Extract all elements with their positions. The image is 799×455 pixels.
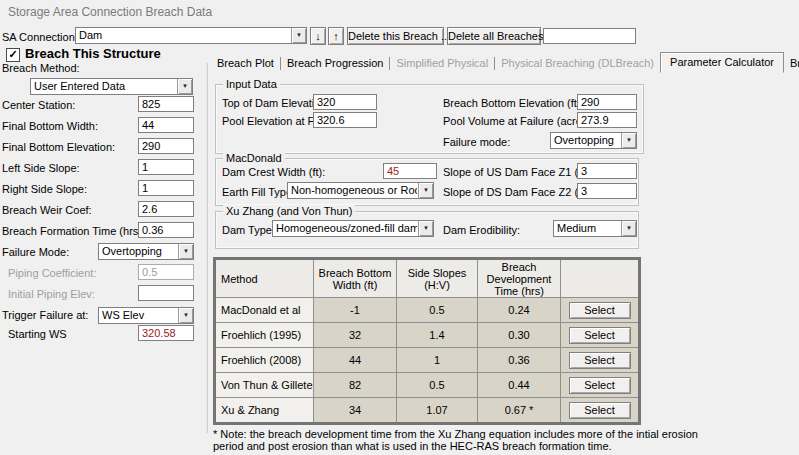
table-cell-slopes: 0.5 [397,298,477,322]
chevron-down-icon[interactable]: ▼ [418,221,433,236]
initial-piping-elev-label: Initial Piping Elev: [8,288,95,300]
delete-all-breaches-button[interactable]: Delete all Breaches ... [447,27,541,45]
failure-mode-input-select[interactable]: Overtopping ▼ [550,132,637,149]
breach-data-dialog: Storage Area Connection Breach Data SA C… [0,0,799,455]
breach-bottom-elevation-field[interactable]: 290 [577,94,637,110]
xu-zhang-group-label: Xu Zhang (and Von Thun) [223,205,355,217]
left-side-slope-label: Left Side Slope: [2,162,80,174]
header-side-field[interactable] [543,28,636,44]
breach-weir-coef-field[interactable]: 2.6 [138,201,194,217]
footnote-line2: period and post erosion than what is use… [213,440,698,452]
delete-this-breach-button[interactable]: Delete this Breach ... [347,27,444,45]
window-title: Storage Area Connection Breach Data [8,5,212,19]
top-of-dam-field[interactable]: 320 [313,94,377,110]
table-cell-time: 0.44 [478,373,560,397]
dam-erodibility-value: Medium [557,222,620,235]
check-icon: ✓ [8,48,17,60]
table-cell-slopes: 1 [397,348,477,372]
starting-ws-label: Starting WS [8,328,67,340]
tab-parameter-calculator[interactable]: Parameter Calculator [660,52,784,73]
dam-crest-width-field[interactable]: 45 [383,163,437,179]
select-button[interactable]: Select [569,352,631,369]
table-cell-select: Select [561,373,638,397]
final-bottom-width-field[interactable]: 44 [138,117,194,133]
dam-erodibility-select[interactable]: Medium ▼ [553,220,637,237]
table-cell-select: Select [561,298,638,322]
table-cell-width: -1 [314,298,396,322]
breach-bottom-elevation-label: Breach Bottom Elevation (ft): [443,97,584,109]
select-button[interactable]: Select [569,302,631,319]
table-cell-slopes: 0.5 [397,373,477,397]
right-side-slope-label: Right Side Slope: [2,183,87,195]
piping-coefficient-field: 0.5 [138,264,194,280]
sa-connection-label: SA Connection [2,31,75,43]
select-button[interactable]: Select [569,377,631,394]
chevron-down-icon[interactable]: ▼ [178,308,193,323]
chevron-down-icon[interactable]: ▼ [178,244,193,259]
sa-connection-value: Dam [79,29,290,42]
sa-connection-select[interactable]: Dam ▼ [75,27,307,44]
footnote: * Note: the breach development time from… [213,428,698,452]
breach-structure-checkbox[interactable]: ✓ [6,48,20,62]
pool-elevation-field[interactable]: 320.6 [313,112,377,128]
trigger-failure-label: Trigger Failure at: [2,309,88,321]
dam-type-value: Homogeneous/zoned-fill dam [276,222,417,235]
trigger-failure-value: WS Elev [102,309,177,322]
column-header-slopes: Side Slopes (H:V) [397,260,477,297]
macdonald-group-label: MacDonald [223,152,285,164]
failure-mode-input-label: Failure mode: [443,136,510,148]
tab-simplified-physical: Simplified Physical [390,55,494,72]
chevron-down-icon[interactable]: ▼ [177,79,192,94]
pool-volume-label: Pool Volume at Failure (acre-ft): [443,115,598,127]
tab-breach-progression[interactable]: Breach Progression [281,55,390,72]
table-cell-width: 44 [314,348,396,372]
table-cell-slopes: 1.07 [397,398,477,422]
breach-formation-time-label: Breach Formation Time (hrs): [2,225,145,237]
failure-mode-label: Failure Mode: [2,246,69,258]
earth-fill-type-select[interactable]: Non-homogeneous or Rockfill ▼ [287,182,434,199]
previous-connection-button[interactable]: ↓ [310,27,326,45]
dam-type-select[interactable]: Homogeneous/zoned-fill dam ▼ [272,220,434,237]
failure-mode-select[interactable]: Overtopping ▼ [98,243,194,260]
initial-piping-elev-field [138,285,194,301]
down-arrow-icon: ↓ [315,30,321,42]
chevron-down-icon[interactable]: ▼ [291,28,306,43]
chevron-down-icon[interactable]: ▼ [418,183,433,198]
pool-volume-field[interactable]: 273.9 [577,112,637,128]
us-dam-face-slope-field[interactable]: 3 [577,163,637,179]
breach-method-select[interactable]: User Entered Data ▼ [30,78,193,95]
chevron-down-icon[interactable]: ▼ [621,221,636,236]
select-button[interactable]: Select [569,327,631,344]
tab-page-left-edge [206,63,208,433]
table-cell-slopes: 1.4 [397,323,477,347]
next-connection-button[interactable]: ↑ [328,27,344,45]
table-row-method: Froehlich (2008) [216,348,313,372]
parameter-results-table: Method Breach Bottom Width (ft) Side Slo… [213,257,641,425]
left-side-slope-field[interactable]: 1 [138,159,194,175]
tab-bar: Breach Plot Breach Progression Simplifie… [211,54,799,73]
breach-structure-label: Breach This Structure [25,46,161,61]
table-cell-time: 0.36 [478,348,560,372]
chevron-down-icon[interactable]: ▼ [621,133,636,148]
failure-mode-value: Overtopping [102,245,177,258]
select-button[interactable]: Select [569,402,631,419]
earth-fill-type-label: Earth Fill Type: [222,186,295,198]
final-bottom-width-label: Final Bottom Width: [2,120,98,132]
ds-dam-face-slope-field[interactable]: 3 [577,183,637,199]
table-row-method: Froehlich (1995) [216,323,313,347]
starting-ws-field[interactable]: 320.58 [138,325,194,341]
tab-breach-plot[interactable]: Breach Plot [211,55,280,72]
trigger-failure-select[interactable]: WS Elev ▼ [98,307,194,324]
tab-breach-repair[interactable]: Breach Repair (optional) [784,55,799,72]
dam-crest-width-label: Dam Crest Width (ft): [222,166,325,178]
column-header-select [561,260,638,297]
right-side-slope-field[interactable]: 1 [138,180,194,196]
up-arrow-icon: ↑ [333,30,339,42]
center-station-field[interactable]: 825 [138,96,194,112]
final-bottom-elevation-field[interactable]: 290 [138,138,194,154]
input-data-group-label: Input Data [223,78,280,90]
breach-formation-time-field[interactable]: 0.36 [138,222,194,238]
piping-coefficient-label: Piping Coefficient: [8,267,96,279]
column-header-method: Method [216,260,313,297]
table-cell-select: Select [561,348,638,372]
